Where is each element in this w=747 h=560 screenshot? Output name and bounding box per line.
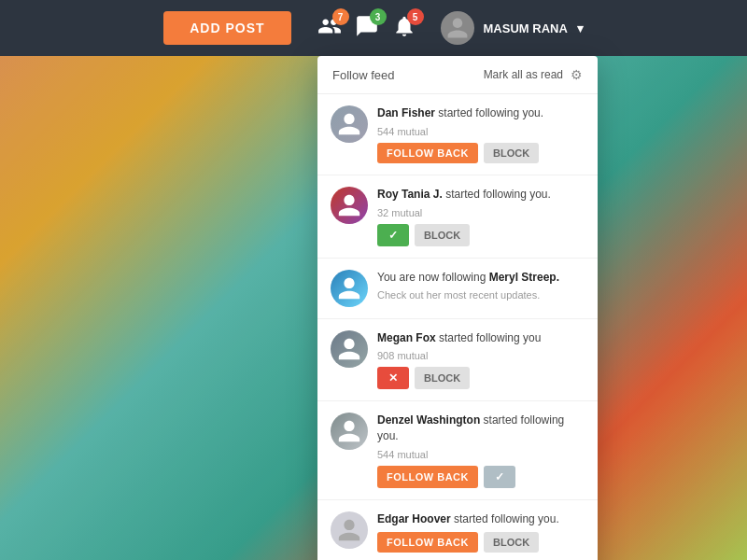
chat-icon-wrap[interactable]: 3 xyxy=(355,14,379,42)
notif-actions-edgar: FOLLOW BACK BLOCK xyxy=(377,532,585,553)
block-edgar-button[interactable]: BLOCK xyxy=(484,532,539,553)
notif-name-edgar: Edgar Hoover xyxy=(377,512,451,525)
panel-container: Follow feed Mark all as read ⚙ Dan Fishe… xyxy=(317,56,598,560)
check-denzel-button[interactable]: ✓ xyxy=(484,466,515,488)
notif-content-dan: Dan Fisher started following you. 544 mu… xyxy=(377,105,585,163)
chat-badge: 3 xyxy=(370,8,387,25)
notifications-panel: Follow feed Mark all as read ⚙ Dan Fishe… xyxy=(317,56,598,560)
notif-name-meryl: Meryl Streep. xyxy=(489,271,559,284)
user-info[interactable]: MASUM RANA ▾ xyxy=(441,11,584,45)
user-name: MASUM RANA xyxy=(484,21,568,35)
chevron-down-icon: ▾ xyxy=(577,21,584,35)
notif-actions-dan: FOLLOW BACK Block xyxy=(377,143,585,163)
block-dan-button[interactable]: Block xyxy=(484,143,539,163)
bell-icon-wrap[interactable]: 5 xyxy=(392,14,416,42)
notif-badge: 5 xyxy=(407,8,424,25)
notif-content-roy: Roy Tania J. started following you. 32 m… xyxy=(377,187,585,246)
topbar: ADD POST 7 3 5 MASUM RANA ▾ xyxy=(0,0,747,56)
notif-name-denzel: Denzel Washington xyxy=(377,413,480,427)
notif-item-roy: Roy Tania J. started following you. 32 m… xyxy=(317,175,598,259)
notif-name-megan: Megan Fox xyxy=(377,331,436,344)
notif-text-dan: Dan Fisher started following you. xyxy=(377,105,585,121)
avatar-dan xyxy=(331,105,368,143)
follow-back-denzel-button[interactable]: FOLLOW BACK xyxy=(377,466,478,488)
panel-title: Follow feed xyxy=(332,68,394,82)
add-post-button[interactable]: ADD POST xyxy=(163,11,290,45)
x-megan-button[interactable]: ✕ xyxy=(377,367,409,389)
panel-header-right: Mark all as read ⚙ xyxy=(484,67,583,82)
user-avatar xyxy=(441,11,474,45)
notif-item-edgar: Edgar Hoover started following you. FOLL… xyxy=(317,500,598,560)
notif-sub-denzel: 544 mutual xyxy=(377,449,585,460)
notif-item-meryl: You are now following Meryl Streep. Chec… xyxy=(317,259,598,319)
follow-badge: 7 xyxy=(332,8,349,25)
notif-text-meryl: You are now following Meryl Streep. xyxy=(377,270,585,286)
avatar-denzel xyxy=(331,413,368,450)
check-roy-button[interactable]: ✓ xyxy=(377,224,409,246)
notif-sub-meryl: Check out her most recent updates. xyxy=(377,289,585,301)
block-megan-button[interactable]: BlocK xyxy=(415,367,470,389)
notif-actions-denzel: FOLLOW BACK ✓ xyxy=(377,466,585,488)
avatar-roy xyxy=(331,187,368,224)
block-roy-button[interactable]: BLOCK xyxy=(415,224,470,246)
notif-text-roy: Roy Tania J. started following you. xyxy=(377,187,585,203)
follow-back-dan-button[interactable]: FOLLOW BACK xyxy=(377,143,478,163)
mark-all-read[interactable]: Mark all as read xyxy=(484,68,563,81)
notif-content-denzel: Denzel Washington started following you.… xyxy=(377,413,585,488)
icon-group: 7 3 5 xyxy=(317,14,416,42)
avatar-meryl xyxy=(331,270,368,307)
follow-icon-wrap[interactable]: 7 xyxy=(317,14,342,42)
notif-text-denzel: Denzel Washington started following you. xyxy=(377,413,585,444)
notif-item-megan: Megan Fox started following you 908 mutu… xyxy=(317,319,598,402)
notif-actions-roy: ✓ BLOCK xyxy=(377,224,585,246)
notif-name-dan: Dan Fisher xyxy=(377,106,435,119)
notif-sub-dan: 544 mutual xyxy=(377,126,585,137)
notif-text-edgar: Edgar Hoover started following you. xyxy=(377,511,585,527)
notif-sub-roy: 32 mutual xyxy=(377,207,585,218)
follow-back-edgar-button[interactable]: FOLLOW BACK xyxy=(377,532,478,553)
panel-header: Follow feed Mark all as read ⚙ xyxy=(317,56,598,94)
avatar-edgar xyxy=(331,511,368,549)
notif-actions-megan: ✕ BlocK xyxy=(377,367,585,389)
notif-sub-megan: 908 mutual xyxy=(377,350,585,361)
notif-text-megan: Megan Fox started following you xyxy=(377,330,585,346)
notif-content-edgar: Edgar Hoover started following you. FOLL… xyxy=(377,511,585,553)
notif-item-dan: Dan Fisher started following you. 544 mu… xyxy=(317,94,598,175)
avatar-megan xyxy=(331,330,368,368)
notif-content-meryl: You are now following Meryl Streep. Chec… xyxy=(377,270,585,307)
notif-item-denzel: Denzel Washington started following you.… xyxy=(317,401,598,500)
gear-icon[interactable]: ⚙ xyxy=(571,67,583,82)
notif-name-roy: Roy Tania J. xyxy=(377,188,443,201)
notif-content-megan: Megan Fox started following you 908 mutu… xyxy=(377,330,585,390)
